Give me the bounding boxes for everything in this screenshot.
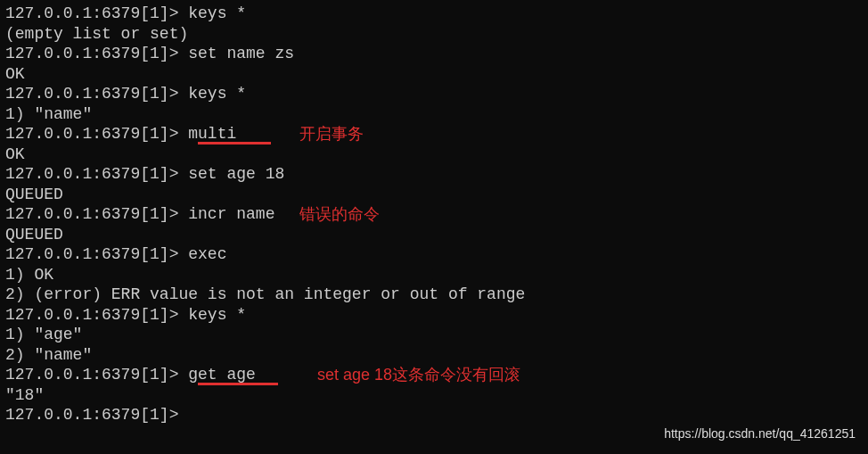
prompt: 127.0.0.1:6379[1]> [5,4,188,22]
terminal-line: 1) OK [5,265,863,285]
terminal-line: QUEUED [5,225,863,245]
command-text: get age [188,366,256,384]
output-text: 1) OK [5,266,53,284]
terminal-line: 1) "age" [5,325,863,345]
output-text: OK [5,65,25,83]
prompt: 127.0.0.1:6379[1]> [5,306,188,324]
command-text: keys * [188,306,246,324]
watermark-text: https://blog.csdn.net/qq_41261251 [664,426,856,442]
prompt: 127.0.0.1:6379[1]> [5,165,188,183]
terminal-line: 127.0.0.1:6379[1]> keys * [5,84,863,104]
annotation-label: 错误的命令 [299,204,380,225]
terminal-line: OK [5,144,863,165]
command-text: keys * [188,4,246,22]
annotation-label: 开启事务 [299,124,364,144]
annotation-label: set age 18这条命令没有回滚 [317,365,520,385]
output-text: QUEUED [5,226,63,244]
command-text: multi [188,125,236,143]
terminal-line: OK [5,64,863,85]
terminal-line: 2) (error) ERR value is not an integer o… [5,285,863,305]
output-text: QUEUED [5,186,63,203]
terminal-line: 127.0.0.1:6379[1]> multi开启事务 [5,124,863,144]
terminal-line: 127.0.0.1:6379[1]> keys * [5,4,863,24]
output-text: 1) "name" [5,105,92,123]
command-text: set name zs [188,45,294,62]
terminal-line: 127.0.0.1:6379[1]> set name zs [5,44,863,64]
terminal-line: 127.0.0.1:6379[1]> get ageset age 18这条命令… [5,365,863,385]
prompt: 127.0.0.1:6379[1]> [5,45,188,62]
prompt: 127.0.0.1:6379[1]> [5,245,188,263]
command-text: exec [188,245,226,263]
output-text: OK [5,145,25,163]
terminal-line: 127.0.0.1:6379[1]> [5,405,863,425]
command-text: set age 18 [188,165,284,183]
terminal-line: "18" [5,385,863,406]
terminal-line: 127.0.0.1:6379[1]> incr name错误的命令 [5,204,863,225]
terminal-line: QUEUED [5,185,863,205]
prompt: 127.0.0.1:6379[1]> [5,205,188,223]
prompt: 127.0.0.1:6379[1]> [5,366,188,384]
output-text: 2) "name" [5,346,92,364]
terminal-line: 127.0.0.1:6379[1]> exec [5,244,863,265]
output-text: "18" [5,386,44,404]
terminal-line: 2) "name" [5,345,863,366]
output-text: (empty list or set) [5,25,188,43]
terminal-line: (empty list or set) [5,24,863,45]
terminal-line: 127.0.0.1:6379[1]> set age 18 [5,164,863,185]
terminal-output[interactable]: 127.0.0.1:6379[1]> keys *(empty list or … [5,4,863,425]
output-text: 1) "age" [5,326,82,343]
prompt: 127.0.0.1:6379[1]> [5,406,188,424]
terminal-line: 127.0.0.1:6379[1]> keys * [5,305,863,326]
prompt: 127.0.0.1:6379[1]> [5,85,188,103]
command-text: keys * [188,85,246,103]
output-text: 2) (error) ERR value is not an integer o… [5,285,525,303]
terminal-line: 1) "name" [5,104,863,125]
prompt: 127.0.0.1:6379[1]> [5,125,188,143]
command-text: incr name [188,205,274,223]
